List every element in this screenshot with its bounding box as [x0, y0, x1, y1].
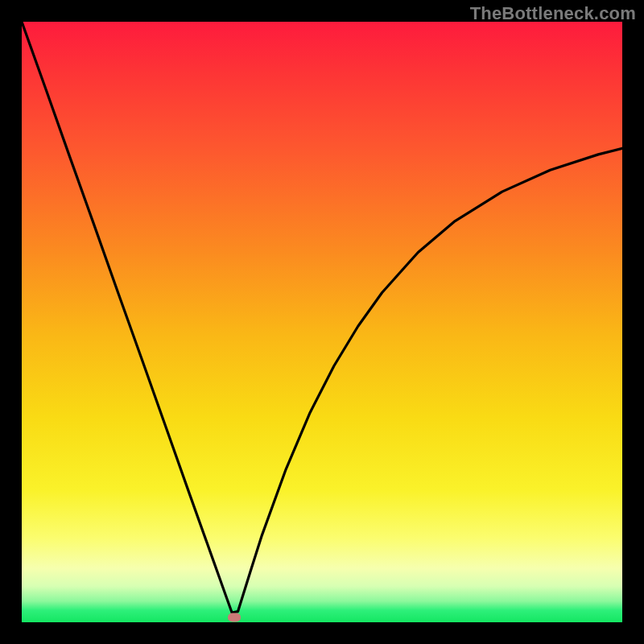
chart-frame: TheBottleneck.com — [0, 0, 644, 644]
watermark-text: TheBottleneck.com — [470, 3, 636, 24]
plot-area — [22, 22, 622, 622]
optimum-marker — [228, 613, 241, 622]
bottleneck-curve — [22, 22, 622, 622]
